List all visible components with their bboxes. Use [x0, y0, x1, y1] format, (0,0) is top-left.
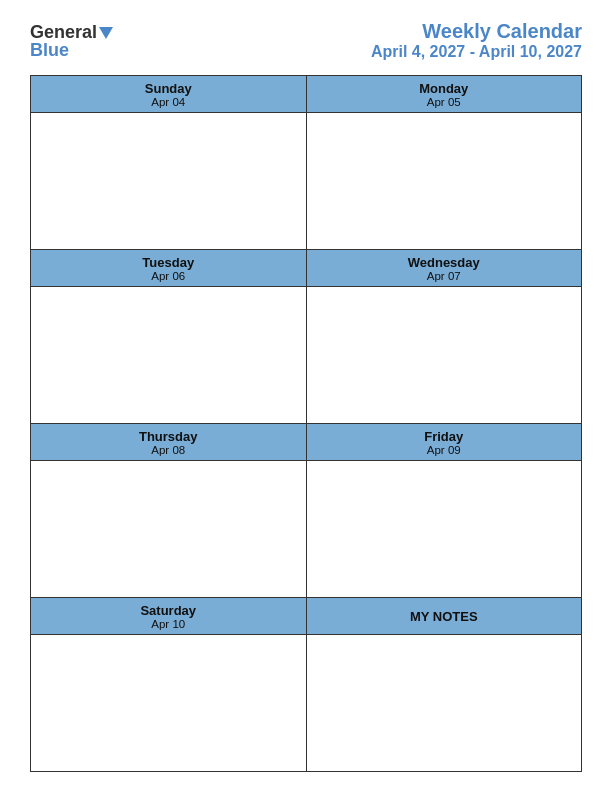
thursday-header: Thursday Apr 08: [31, 424, 307, 460]
monday-date: Apr 05: [307, 96, 582, 108]
wednesday-header: Wednesday Apr 07: [307, 250, 582, 286]
date-range: April 4, 2027 - April 10, 2027: [371, 43, 582, 61]
thursday-date: Apr 08: [31, 444, 306, 456]
logo: General Blue: [30, 23, 113, 59]
row-2-header: Tuesday Apr 06 Wednesday Apr 07: [31, 250, 581, 287]
notes-label: MY NOTES: [410, 609, 478, 624]
sunday-header: Sunday Apr 04: [31, 76, 307, 112]
notes-body: [307, 635, 582, 771]
row-1-header: Sunday Apr 04 Monday Apr 05: [31, 76, 581, 113]
row-4-header: Saturday Apr 10 MY NOTES: [31, 598, 581, 635]
row-1-body: [31, 113, 581, 249]
tuesday-date: Apr 06: [31, 270, 306, 282]
header-title: Weekly Calendar April 4, 2027 - April 10…: [371, 20, 582, 61]
saturday-header: Saturday Apr 10: [31, 598, 307, 634]
monday-body: [307, 113, 582, 249]
header: General Blue Weekly Calendar April 4, 20…: [30, 20, 582, 61]
friday-date: Apr 09: [307, 444, 582, 456]
row-4-body: [31, 635, 581, 771]
tuesday-header: Tuesday Apr 06: [31, 250, 307, 286]
calendar-title: Weekly Calendar: [371, 20, 582, 43]
logo-general: General: [30, 23, 97, 41]
tuesday-body: [31, 287, 307, 423]
row-3-body: [31, 461, 581, 597]
calendar-row-2: Tuesday Apr 06 Wednesday Apr 07: [31, 250, 581, 424]
saturday-date: Apr 10: [31, 618, 306, 630]
logo-text: General Blue: [30, 23, 113, 59]
my-notes-header: MY NOTES: [307, 598, 582, 634]
sunday-name: Sunday: [31, 81, 306, 96]
wednesday-body: [307, 287, 582, 423]
tuesday-name: Tuesday: [31, 255, 306, 270]
calendar: Sunday Apr 04 Monday Apr 05 Tuesday Apr …: [30, 75, 582, 772]
saturday-body: [31, 635, 307, 771]
friday-header: Friday Apr 09: [307, 424, 582, 460]
sunday-date: Apr 04: [31, 96, 306, 108]
logo-blue: Blue: [30, 41, 113, 59]
row-3-header: Thursday Apr 08 Friday Apr 09: [31, 424, 581, 461]
calendar-row-3: Thursday Apr 08 Friday Apr 09: [31, 424, 581, 598]
saturday-name: Saturday: [31, 603, 306, 618]
page: General Blue Weekly Calendar April 4, 20…: [0, 0, 612, 792]
friday-name: Friday: [307, 429, 582, 444]
friday-body: [307, 461, 582, 597]
thursday-body: [31, 461, 307, 597]
logo-triangle-icon: [99, 27, 113, 39]
row-2-body: [31, 287, 581, 423]
wednesday-date: Apr 07: [307, 270, 582, 282]
monday-name: Monday: [307, 81, 582, 96]
calendar-row-1: Sunday Apr 04 Monday Apr 05: [31, 76, 581, 250]
thursday-name: Thursday: [31, 429, 306, 444]
wednesday-name: Wednesday: [307, 255, 582, 270]
monday-header: Monday Apr 05: [307, 76, 582, 112]
calendar-row-4: Saturday Apr 10 MY NOTES: [31, 598, 581, 771]
sunday-body: [31, 113, 307, 249]
